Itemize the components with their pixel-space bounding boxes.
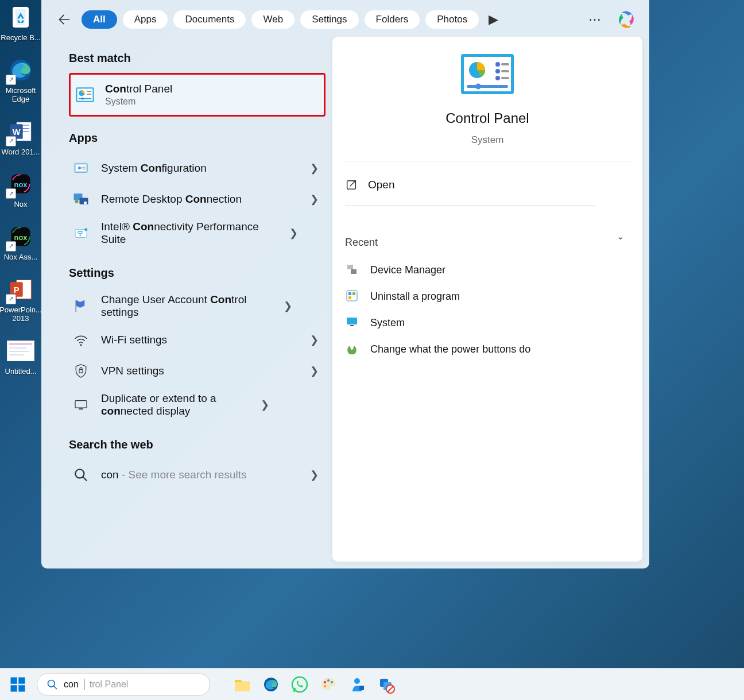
desktop-icon-recycle-bin[interactable]: Recycle B... — [0, 3, 41, 42]
result-wifi-settings[interactable]: Wi-Fi settings ❯ — [69, 324, 326, 355]
taskbar-whatsapp[interactable] — [289, 674, 310, 695]
tab-documents[interactable]: Documents — [173, 10, 246, 29]
taskbar-file-explorer[interactable] — [232, 674, 253, 695]
svg-rect-59 — [347, 265, 353, 269]
tab-web[interactable]: Web — [251, 10, 294, 29]
arrow-left-icon — [57, 12, 72, 27]
svg-point-36 — [84, 202, 87, 204]
taskbar-app-blocked[interactable] — [375, 674, 396, 695]
svg-point-40 — [84, 228, 87, 231]
word-icon: W — [7, 118, 34, 145]
recent-label: Change what the power buttons do — [370, 343, 530, 355]
chevron-right-icon: ❯ — [289, 227, 298, 239]
svg-rect-70 — [18, 685, 25, 691]
expand-actions-button[interactable]: ⌄ — [617, 231, 624, 242]
result-uac-settings[interactable]: Change User Account Control settings ❯ — [69, 288, 326, 324]
powerpoint-icon: P — [7, 276, 34, 303]
svg-rect-56 — [467, 85, 508, 88]
tab-settings[interactable]: Settings — [300, 10, 358, 29]
open-external-icon — [345, 179, 358, 191]
svg-point-31 — [78, 167, 81, 169]
desktop-icon-label: Recycle B... — [1, 33, 40, 42]
copilot-icon[interactable] — [615, 8, 638, 31]
chevron-right-icon: ❯ — [310, 469, 319, 481]
svg-line-46 — [83, 477, 87, 481]
back-button[interactable] — [53, 8, 76, 31]
section-apps: Apps — [69, 132, 326, 145]
svg-rect-42 — [79, 370, 83, 373]
svg-point-76 — [324, 681, 326, 683]
uac-flag-icon — [71, 296, 91, 316]
svg-rect-51 — [501, 63, 509, 65]
result-vpn-settings[interactable]: VPN settings ❯ — [69, 355, 326, 386]
svg-point-57 — [475, 84, 481, 90]
start-button[interactable] — [7, 674, 29, 695]
desktop-icon-nox-asst[interactable]: nox Nox Ass... — [0, 223, 41, 262]
result-web-search[interactable]: con - See more search results ❯ — [69, 459, 326, 490]
section-best-match: Best match — [69, 52, 326, 65]
tab-all[interactable]: All — [82, 10, 117, 29]
chevron-right-icon: ❯ — [310, 365, 319, 377]
open-action[interactable]: Open — [345, 176, 630, 194]
recycle-bin-icon — [7, 3, 34, 31]
search-typed-text: con — [64, 679, 79, 690]
recent-system[interactable]: System — [345, 310, 630, 336]
power-icon — [345, 342, 360, 357]
svg-rect-27 — [79, 98, 92, 99]
search-icon — [46, 679, 58, 690]
divider — [345, 205, 595, 206]
taskbar: control Panel — [0, 668, 744, 700]
svg-text:nox: nox — [14, 233, 28, 241]
desktop-icon-label: Nox Ass... — [4, 253, 38, 262]
recent-device-manager[interactable]: Device Manager — [345, 257, 630, 283]
desktop-icons-strip: Recycle B... Microsoft Edge W Word 201..… — [0, 0, 41, 700]
result-control-panel[interactable]: Control Panel System — [69, 73, 326, 117]
desktop-icon-edge[interactable]: Microsoft Edge — [0, 56, 41, 104]
result-title: Duplicate or extend to a connected displ… — [101, 392, 250, 417]
tab-apps[interactable]: Apps — [123, 10, 168, 29]
tab-photos[interactable]: Photos — [425, 10, 479, 29]
svg-rect-67 — [11, 677, 17, 683]
svg-rect-21 — [9, 354, 24, 355]
result-system-configuration[interactable]: System Configuration ❯ — [69, 153, 326, 184]
result-duplicate-display[interactable]: Duplicate or extend to a connected displ… — [69, 386, 326, 423]
programs-icon — [345, 289, 360, 304]
result-subtitle: System — [105, 96, 172, 107]
recent-uninstall-program[interactable]: Uninstall a program — [345, 283, 630, 310]
result-remote-desktop[interactable]: Remote Desktop Connection ❯ — [69, 184, 326, 215]
desktop-icon-label: Nox — [14, 200, 27, 209]
svg-rect-32 — [82, 167, 85, 168]
recent-power-buttons[interactable]: Change what the power buttons do — [345, 336, 630, 362]
taskbar-paint[interactable] — [318, 674, 339, 695]
desktop-icon-word[interactable]: W Word 201... — [0, 118, 41, 157]
chevron-right-icon: ❯ — [310, 162, 319, 175]
results-list: Best match Control Panel System Apps Sys… — [48, 37, 326, 562]
chevron-right-icon: ❯ — [310, 334, 319, 346]
svg-rect-60 — [351, 269, 356, 274]
desktop-icon-label: Microsoft Edge — [0, 86, 41, 104]
result-title: VPN settings — [101, 365, 300, 377]
result-intel-connectivity[interactable]: Intel® Connectivity Performance Suite ❯ — [69, 215, 326, 252]
preview-pane: Control Panel System Open ⌄ Recent Devic… — [332, 37, 642, 562]
more-tabs-button[interactable]: ▶ — [485, 12, 502, 27]
windows-logo-icon — [9, 676, 26, 693]
taskbar-app-blue-figure[interactable] — [347, 674, 367, 695]
desktop-icon-label: PowerPoin... 2013 — [0, 305, 42, 323]
taskbar-edge[interactable] — [261, 674, 281, 695]
svg-rect-64 — [348, 296, 351, 299]
desktop-icon-nox[interactable]: nox Nox — [0, 170, 41, 209]
tab-folders[interactable]: Folders — [365, 10, 420, 29]
document-thumbnail-icon — [7, 337, 34, 365]
svg-rect-25 — [87, 91, 92, 92]
edge-icon — [7, 56, 34, 84]
svg-point-52 — [495, 69, 500, 74]
text-caret — [84, 679, 84, 690]
svg-rect-35 — [80, 198, 88, 204]
taskbar-search-box[interactable]: control Panel — [37, 673, 210, 696]
desktop-icon-powerpoint[interactable]: P PowerPoin... 2013 — [0, 276, 41, 323]
desktop-icon-untitled[interactable]: Untitled... — [0, 337, 41, 376]
nox-icon: nox — [7, 170, 34, 198]
result-title: Change User Account Control settings — [101, 293, 273, 319]
result-title: Intel® Connectivity Performance Suite — [101, 221, 279, 246]
overflow-button[interactable]: ⋯ — [586, 12, 603, 27]
